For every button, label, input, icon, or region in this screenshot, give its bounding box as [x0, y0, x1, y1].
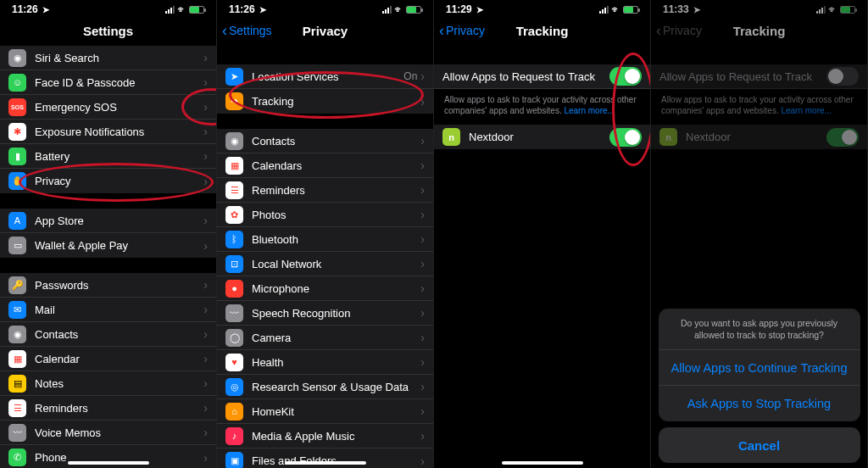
list-row-camera[interactable]: ◯Camera› — [217, 326, 433, 350]
panel-settings: 11:26➤ ᯤ Settings ◉Siri & Search›☺Face I… — [0, 0, 217, 468]
chevron-right-icon: › — [203, 51, 208, 64]
learn-more-link[interactable]: Learn more... — [564, 106, 614, 115]
row-label: Mail — [35, 304, 203, 316]
list-row-location[interactable]: ➤Location ServicesOn› — [217, 64, 433, 89]
notes-icon: ▤ — [8, 375, 26, 393]
row-label: Photos — [252, 209, 420, 221]
exposure-icon: ✱ — [8, 123, 26, 141]
list-row-mail[interactable]: ✉Mail› — [0, 298, 216, 322]
back-button[interactable]: ‹Privacy — [439, 23, 485, 38]
row-label: Tracking — [252, 95, 420, 108]
list-row-sos[interactable]: SOSEmergency SOS› — [0, 95, 216, 120]
page-title: Privacy — [303, 24, 348, 38]
list-row-passwords[interactable]: 🔑Passwords› — [0, 273, 216, 298]
status-time: 11:26 — [12, 3, 38, 15]
allow-tracking-row[interactable]: Allow Apps to Request to Track — [434, 64, 650, 89]
list-row-music[interactable]: ♪Media & Apple Music› — [217, 424, 433, 448]
chevron-right-icon: › — [203, 327, 208, 341]
row-label: Passwords — [35, 279, 203, 292]
row-label: Bluetooth — [252, 233, 420, 246]
home-indicator[interactable] — [285, 461, 366, 465]
undefined-icon: n — [442, 128, 460, 146]
files-icon: ▣ — [225, 452, 243, 468]
list-row-privacy[interactable]: ✋Privacy› — [0, 169, 216, 193]
row-toggle[interactable] — [609, 128, 642, 147]
contacts-icon: ◉ — [8, 326, 26, 343]
list-row-calendars[interactable]: ▦Calendars› — [217, 153, 433, 178]
list-row-siri[interactable]: ◉Siri & Search› — [0, 46, 216, 70]
list-row-reminders[interactable]: ☰Reminders› — [217, 178, 433, 203]
row-label: Reminders — [35, 402, 203, 415]
row-label: Notes — [35, 377, 203, 390]
list-row-calendar[interactable]: ▦Calendar› — [0, 347, 216, 371]
allow-tracking-label: Allow Apps to Request to Track — [442, 70, 609, 83]
health-icon: ♥ — [225, 354, 243, 371]
chevron-right-icon: › — [420, 257, 425, 270]
list-row-battery[interactable]: ▮Battery› — [0, 144, 216, 169]
list-row-contacts[interactable]: ◉Contacts› — [217, 129, 433, 153]
list-row-bluetooth[interactable]: ᛒBluetooth› — [217, 227, 433, 252]
mic-icon: ● — [225, 280, 243, 298]
chevron-right-icon: › — [420, 208, 425, 221]
chevron-left-icon: ‹ — [222, 23, 227, 38]
list-row-contacts[interactable]: ◉Contacts› — [0, 322, 216, 347]
chevron-right-icon: › — [420, 404, 425, 418]
reminders-icon: ☰ — [8, 399, 26, 417]
list-row-tracking[interactable]: ➜Tracking› — [217, 89, 433, 114]
list-row-exposure[interactable]: ✱Exposure Notifications› — [0, 120, 216, 144]
status-time: 11:26 — [229, 3, 255, 15]
list-row-wallet[interactable]: ▭Wallet & Apple Pay› — [0, 233, 216, 258]
row-detail: On — [403, 70, 417, 82]
row-label: Research Sensor & Usage Data — [252, 381, 420, 393]
list-row-speech[interactable]: 〰Speech Recognition› — [217, 301, 433, 326]
action-sheet-backdrop[interactable]: Do you want to ask apps you previously a… — [651, 0, 867, 468]
tracking-icon: ➜ — [225, 92, 243, 110]
row-label: Nextdoor — [469, 131, 609, 143]
list-row-appstore[interactable]: AApp Store› — [0, 209, 216, 233]
tracking-content: Allow Apps to Request to Track Allow app… — [434, 46, 650, 468]
panel-tracking-sheet: 11:33➤ ᯤ ‹Privacy Tracking Allow Apps to… — [651, 0, 868, 468]
sheet-cancel-button[interactable]: Cancel — [659, 427, 860, 463]
list-row-faceid[interactable]: ☺Face ID & Passcode› — [0, 70, 216, 95]
list-row-notes[interactable]: ▤Notes› — [0, 371, 216, 396]
privacy-list[interactable]: ➤Location ServicesOn›➜Tracking› ◉Contact… — [217, 46, 433, 468]
location-arrow-icon: ➤ — [476, 5, 483, 14]
chevron-right-icon: › — [203, 175, 208, 188]
list-row-research[interactable]: ◎Research Sensor & Usage Data› — [217, 375, 433, 399]
list-row-mic[interactable]: ●Microphone› — [217, 276, 433, 301]
home-indicator[interactable] — [502, 461, 583, 465]
signal-icon — [599, 6, 609, 14]
row-label: Contacts — [252, 135, 420, 148]
list-row-voice[interactable]: 〰Voice Memos› — [0, 421, 216, 445]
list-row-files[interactable]: ▣Files and Folders› — [217, 448, 433, 468]
network-icon: ⊡ — [225, 255, 243, 273]
mail-icon: ✉ — [8, 301, 26, 319]
battery-icon — [623, 6, 638, 14]
phone-icon: ✆ — [8, 448, 26, 466]
nav-bar: ‹Privacy Tracking — [434, 15, 650, 46]
list-row-photos[interactable]: ✿Photos› — [217, 203, 433, 227]
wallet-icon: ▭ — [8, 237, 26, 254]
status-bar: 11:26➤ ᯤ — [217, 0, 433, 15]
back-button[interactable]: ‹Settings — [222, 23, 272, 38]
list-row-health[interactable]: ♥Health› — [217, 350, 433, 375]
battery-icon: ▮ — [8, 148, 26, 165]
row-label: Health — [252, 356, 420, 369]
home-indicator[interactable] — [68, 461, 149, 465]
research-icon: ◎ — [225, 378, 243, 396]
row-label: Wallet & Apple Pay — [35, 239, 203, 252]
allow-tracking-toggle[interactable] — [609, 67, 642, 86]
sheet-stop-button[interactable]: Ask Apps to Stop Tracking — [659, 386, 860, 421]
privacy-icon: ✋ — [8, 172, 26, 190]
row-label: Contacts — [35, 328, 203, 341]
nav-bar: Settings — [0, 15, 216, 46]
photos-icon: ✿ — [225, 206, 243, 224]
chevron-right-icon: › — [420, 331, 425, 344]
chevron-right-icon: › — [420, 454, 425, 468]
settings-list[interactable]: ◉Siri & Search›☺Face ID & Passcode›SOSEm… — [0, 46, 216, 468]
list-row-network[interactable]: ⊡Local Network› — [217, 252, 433, 276]
list-row-homekit[interactable]: ⌂HomeKit› — [217, 399, 433, 424]
sheet-continue-button[interactable]: Allow Apps to Continue Tracking — [659, 350, 860, 386]
list-row-reminders[interactable]: ☰Reminders› — [0, 396, 216, 421]
list-row-undefined[interactable]: nNextdoor — [434, 125, 650, 149]
